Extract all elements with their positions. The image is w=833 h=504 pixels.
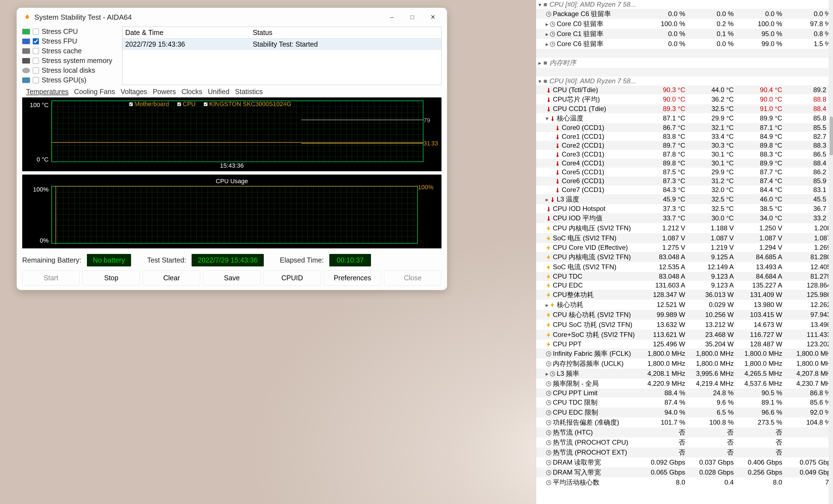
sensor-row[interactable]: Core7 (CCD1)84.3 °C32.0 °C84.4 °C83.1 °	[536, 185, 833, 194]
sensor-row[interactable]: CPU IOD 平均值33.7 °C30.0 °C34.0 °C33.2 °	[536, 213, 833, 223]
stress-cache-checkbox[interactable]	[33, 48, 39, 54]
graph-grid	[51, 100, 424, 162]
log-row[interactable]: 2022/7/29 15:43:36 Stability Test: Start…	[122, 39, 441, 50]
sensor-row[interactable]: ▸L3 温度45.9 °C32.5 °C46.0 °C45.5 °	[536, 194, 833, 204]
fpu-icon	[22, 39, 30, 44]
sensor-row[interactable]: 热节流 (HTC)否否否	[536, 427, 833, 437]
sensor-row[interactable]: Core3 (CCD1)87.8 °C30.1 °C88.3 °C86.5 °	[536, 150, 833, 159]
minimize-button[interactable]: –	[384, 12, 399, 22]
start-button[interactable]: Start	[22, 270, 80, 285]
sensor-row[interactable]: Core0 (CCD1)86.7 °C32.1 °C87.1 °C85.5 °	[536, 123, 833, 132]
tab-temperatures[interactable]: Temperatures	[26, 88, 69, 96]
sensor-row[interactable]: CPU IOD Hotspot37.3 °C32.5 °C38.5 °C36.7…	[536, 204, 833, 213]
sensor-row[interactable]: CPU Core VID (Effective)1.275 V1.219 V1.…	[536, 243, 833, 252]
ram-icon	[22, 58, 30, 64]
sensor-row[interactable]: CPU TDC 限制87.4 %9.6 %89.1 %85.6 %	[536, 398, 833, 407]
log-col-status[interactable]: Status	[250, 27, 441, 39]
tab-voltages[interactable]: Voltages	[120, 88, 147, 96]
ssd-temp-line	[301, 143, 424, 144]
title-bar[interactable]: System Stability Test - AIDA64 – □ ✕	[17, 8, 447, 24]
sensor-row[interactable]: Package C6 驻留率0.0 %0.0 %0.0 %0.0 %	[536, 9, 833, 19]
svg-rect-5	[544, 61, 547, 65]
sensor-row[interactable]: CPU整体功耗128.347 W36.013 W131.409 W125.986	[536, 290, 833, 300]
log-col-date[interactable]: Date & Time	[122, 27, 250, 39]
stress-disk-checkbox[interactable]	[33, 68, 39, 74]
maximize-button[interactable]: □	[405, 12, 420, 22]
sensor-group-header[interactable]: ▾CPU [#0]: AMD Ryzen 7 58...	[536, 77, 833, 85]
temperature-graph: Motherboard CPU KINGSTON SKC3000S1024G 1…	[23, 99, 441, 170]
cpu-usage-line	[55, 186, 418, 186]
sensor-row[interactable]: CPU 内核电流 (SVI2 TFN)83.048 A9.125 A84.685…	[536, 252, 833, 262]
sensor-row[interactable]: CPU EDC131.603 A9.123 A135.227 A128.864	[536, 281, 833, 290]
sensor-row[interactable]: ▸Core C6 驻留率0.0 %0.0 %99.0 %1.5 %	[536, 39, 833, 49]
sensor-row[interactable]: CPU (Tctl/Tdie)90.3 °C44.0 °C90.4 °C89.2…	[536, 85, 833, 94]
temp-value-ssd: 33	[431, 140, 438, 147]
temp-axis-top: 100	[30, 102, 40, 108]
disk-icon	[22, 68, 30, 73]
sensor-row[interactable]: Core4 (CCD1)89.8 °C30.1 °C89.9 °C88.4 °	[536, 159, 833, 168]
log-box[interactable]: Date & Time Status 2022/7/29 15:43:36 St…	[122, 27, 442, 85]
elapsed-value: 00:10:37	[329, 254, 371, 267]
stress-mem-checkbox[interactable]	[33, 58, 39, 64]
cpuid-button[interactable]: CPUID	[263, 270, 321, 285]
stress-mem-row: Stress system memory	[22, 56, 122, 66]
tab-strip: Temperatures Cooling Fans Voltages Power…	[22, 85, 442, 97]
clear-button[interactable]: Clear	[143, 270, 200, 285]
sensor-row[interactable]: Core5 (CCD1)87.5 °C29.9 °C87.7 °C86.2 °	[536, 168, 833, 177]
stress-fpu-row: Stress FPU	[22, 36, 122, 46]
sensor-row[interactable]: SoC 电压 (SVI2 TFN)1.087 V1.087 V1.087 V1.…	[536, 233, 833, 243]
sensor-row[interactable]: DRAM 写入带宽0.065 Gbps0.028 Gbps0.256 Gbps0…	[536, 468, 833, 477]
sensor-row[interactable]: ▸Core C1 驻留率0.0 %0.1 %95.0 %0.8 %	[536, 29, 833, 39]
sensor-row[interactable]: 热节流 (PROCHOT EXT)否否否	[536, 447, 833, 457]
save-button[interactable]: Save	[203, 270, 260, 285]
sensor-row[interactable]: CPU 内核电压 (SVI2 TFN)1.212 V1.188 V1.250 V…	[536, 223, 833, 233]
sensor-row[interactable]: DRAM 读取带宽0.092 Gbps0.037 Gbps0.406 Gbps0…	[536, 457, 833, 468]
tab-powers[interactable]: Powers	[153, 88, 176, 96]
close-button[interactable]: Close	[384, 270, 442, 285]
gpu-icon	[22, 77, 30, 83]
sensor-row[interactable]: Core1 (CCD1)83.8 °C33.4 °C84.9 °C82.7 °	[536, 132, 833, 141]
sensor-row[interactable]: 热节流 (PROCHOT CPU)否否否	[536, 437, 833, 447]
sensor-row[interactable]: CPU芯片 (平均)90.0 °C36.2 °C90.0 °C88.8 °	[536, 94, 833, 104]
sensor-row[interactable]: CPU EDC 限制94.0 %6.5 %96.6 %92.0 %	[536, 407, 833, 418]
temperature-graph-area: Motherboard CPU KINGSTON SKC3000S1024G 1…	[22, 97, 442, 171]
tab-cooling[interactable]: Cooling Fans	[74, 88, 115, 96]
sensor-row[interactable]: ▸核心功耗12.521 W0.029 W13.980 W12.262	[536, 300, 833, 310]
graph-time: 15:43:36	[24, 162, 440, 169]
sensor-row[interactable]: 平均活动核心数8.00.48.07.	[536, 477, 833, 487]
cpu-usage-value: 100%	[418, 184, 433, 191]
sensor-group-header[interactable]: ▾CPU [#0]: AMD Ryzen 7 58...	[536, 0, 833, 9]
tab-unified[interactable]: Unified	[208, 88, 229, 96]
sensor-row[interactable]: ▸L3 频率4,208.1 MHz3,995.6 MHz4,265.5 MHz4…	[536, 369, 833, 379]
sensor-row[interactable]: CPU CCD1 (Tdie)89.3 °C32.5 °C91.0 °C88.4…	[536, 104, 833, 113]
sensor-row[interactable]: CPU PPT Limit88.4 %24.8 %90.5 %86.8 %	[536, 388, 833, 398]
sensor-row[interactable]: CPU TDC83.048 A9.123 A84.684 A81.279	[536, 272, 833, 281]
sensor-row[interactable]: Core6 (CCD1)87.3 °C31.2 °C87.4 °C85.9 °	[536, 177, 833, 185]
tab-clocks[interactable]: Clocks	[181, 88, 202, 96]
sensor-row[interactable]: Infinity Fabric 频率 (FCLK)1,800.0 MHz1,80…	[536, 349, 833, 358]
stop-button[interactable]: Stop	[82, 270, 140, 285]
sensor-row[interactable]: Core+SoC 功耗 (SVI2 TFN)113.621 W23.468 W1…	[536, 330, 833, 340]
tab-statistics[interactable]: Statistics	[235, 88, 263, 96]
stress-gpu-checkbox[interactable]	[33, 77, 39, 83]
close-window-button[interactable]: ✕	[425, 12, 441, 22]
sensor-row[interactable]: ▾核心温度87.1 °C29.9 °C89.9 °C85.8 °	[536, 113, 833, 123]
sensor-row[interactable]: CPU SoC 功耗 (SVI2 TFN)13.632 W13.212 W14.…	[536, 320, 833, 330]
sensor-group-header[interactable]: ▸内存时序	[536, 58, 833, 68]
hwinfo-panel: ▾CPU [#0]: AMD Ryzen 7 58...Package C6 驻…	[536, 0, 833, 504]
preferences-button[interactable]: Preferences	[324, 270, 381, 285]
sensor-row[interactable]: 内存控制器频率 (UCLK)1,800.0 MHz1,800.0 MHz1,80…	[536, 358, 833, 369]
sensor-row[interactable]: CPU PPT125.496 W35.204 W128.487 W123.202	[536, 340, 833, 349]
scrollbar-thumb[interactable]	[830, 117, 833, 155]
scrollbar[interactable]	[829, 0, 833, 504]
stress-cpu-checkbox[interactable]	[33, 29, 39, 35]
sensor-row[interactable]: ▸Core C0 驻留率100.0 %0.2 %100.0 %97.8 %	[536, 19, 833, 29]
sensor-row[interactable]: 功耗报告偏差 (准确度)101.7 %100.8 %273.5 %104.8 %	[536, 418, 833, 427]
stress-fpu-label: Stress FPU	[42, 37, 77, 45]
cpu-usage-graph-area: CPU Usage 100% 0% 100%	[22, 175, 442, 248]
sensor-row[interactable]: SoC 电流 (SVI2 TFN)12.535 A12.149 A13.493 …	[536, 262, 833, 272]
sensor-row[interactable]: Core2 (CCD1)89.7 °C30.3 °C89.8 °C88.3 °	[536, 141, 833, 150]
stress-fpu-checkbox[interactable]	[33, 38, 39, 44]
sensor-row[interactable]: CPU 核心功耗 (SVI2 TFN)99.989 W10.256 W103.4…	[536, 310, 833, 320]
sensor-row[interactable]: 频率限制 - 全局4,220.9 MHz4,219.4 MHz4,537.6 M…	[536, 379, 833, 388]
